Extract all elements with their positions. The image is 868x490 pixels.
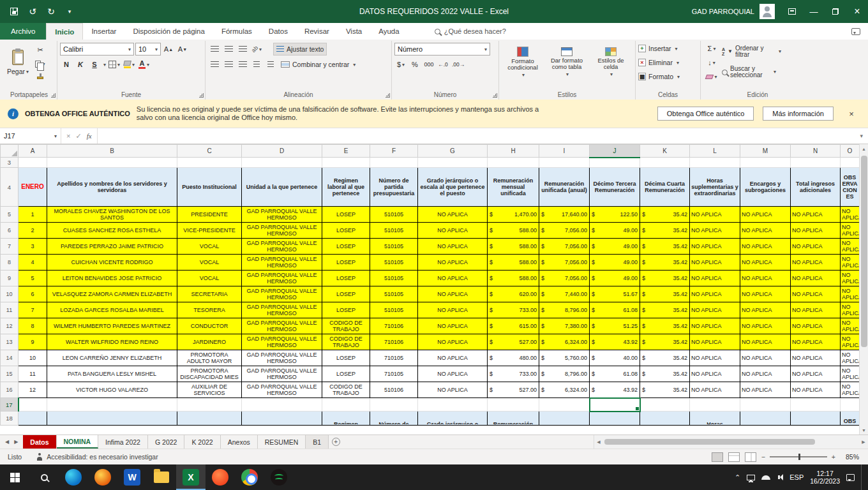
column-header-h[interactable]: H [488,145,539,158]
wrap-text-button[interactable]: Ajustar texto [273,43,327,56]
cell-decima-cuarta[interactable]: $35.42 [640,382,690,398]
cell-unidad[interactable]: GAD PARROQUIAL VALLE HERMOSO [242,239,322,255]
zoom-out-button[interactable]: − [761,453,765,461]
cell-decimo-tercera[interactable]: $51.25 [590,318,640,334]
percent-style-button[interactable]: % [408,58,421,71]
cell-horas[interactable]: NO APLICA [690,318,740,334]
delete-cells-button[interactable]: ×Eliminar▾ [638,56,680,69]
column-header-m[interactable]: M [740,145,791,158]
cell-grado[interactable]: NO APLICA [418,366,488,382]
increase-decimal-button[interactable]: ←.0 [437,58,449,71]
align-middle-button[interactable] [222,43,235,56]
cell-decima-cuarta[interactable]: $35.42 [640,334,690,350]
font-name-select[interactable]: Calibri▾ [60,43,134,56]
cell-decimo-tercera[interactable]: $51.67 [590,286,640,302]
cell-nombre[interactable]: PATA BANGUERA LESLY MISHEL [47,366,177,382]
header-cell[interactable]: Décima Cuarta Remuneración [640,412,690,426]
cell-unidad[interactable]: GAD PARROQUIAL VALLE HERMOSO [242,207,322,223]
row-header[interactable]: 18 [1,412,19,426]
cell-total[interactable]: NO APLICA [791,318,841,334]
notification-center-button[interactable] [846,474,855,481]
cloud-icon[interactable] [761,475,770,480]
cell-rem-mensual[interactable]: $480.00 [488,350,539,366]
cell-decimo-tercera[interactable]: $43.92 [590,382,640,398]
cell-partida[interactable]: 510105 [370,255,418,271]
decrease-indent-button[interactable] [250,58,263,71]
tell-me-search[interactable]: ¿Qué desea hacer? [435,23,506,40]
cell-encargos[interactable]: NO APLICA [740,255,791,271]
sheet-tab-nomina[interactable]: NOMINA [57,435,99,449]
dialog-launcher-icon[interactable] [385,93,390,98]
cell-numero[interactable]: 12 [19,382,47,398]
autosum-button[interactable]: Σ▾ [703,42,720,55]
cell-total[interactable]: NO APLICA [791,334,841,350]
cell-regimen[interactable]: CODIGO DE TRABAJO [322,334,370,350]
cell-puesto[interactable]: AUXILIAR DE SERVICIOS [177,382,242,398]
taskbar-clock[interactable]: 12:17 16/2/2023 [810,470,840,485]
cell-rem-mensual[interactable]: $733.00 [488,302,539,318]
cell-total[interactable]: NO APLICA [791,255,841,271]
format-cells-button[interactable]: ▦Formato▾ [638,70,680,83]
scroll-down-arrow[interactable]: ▼ [860,426,868,434]
column-header-j-selected[interactable]: J [590,145,640,158]
cell-rem-mensual[interactable]: $1,470.00 [488,207,539,223]
month-header-cell[interactable] [19,412,47,426]
cell-grado[interactable]: NO APLICA [418,239,488,255]
column-header-o[interactable]: O [841,145,860,158]
fill-button[interactable]: ↓▾ [703,56,720,69]
zoom-slider[interactable] [770,456,827,457]
cell-puesto[interactable]: JARDINERO [177,334,242,350]
cell-rem-anual[interactable]: $8,796.00 [539,366,590,382]
tab-archivo[interactable]: Archivo [0,23,46,40]
cell-regimen[interactable]: CODIGO DE TRABAJO [322,318,370,334]
save-button[interactable] [5,3,23,20]
cell-unidad[interactable]: GAD PARROQUIAL VALLE HERMOSO [242,223,322,239]
close-message-button[interactable]: × [842,109,860,119]
cell-numero[interactable]: 6 [19,286,47,302]
taskbar-firefox[interactable] [88,464,117,490]
horizontal-scrollbar[interactable]: ◀ ▶ [594,435,868,449]
conditional-formatting-button[interactable]: Formato condicional▾ [502,42,544,83]
cell-horas[interactable]: NO APLICA [690,302,740,318]
cell-encargos[interactable]: NO APLICA [740,286,791,302]
cell-observaciones[interactable]: NO APLICA [841,271,860,286]
row-header[interactable]: 10 [1,286,19,302]
page-break-view-button[interactable] [745,452,756,462]
header-cell[interactable]: Décima Cuarta Remuneración [640,168,690,207]
align-left-button[interactable] [208,58,221,71]
cell-encargos[interactable]: NO APLICA [740,366,791,382]
cell-total[interactable]: NO APLICA [791,239,841,255]
header-cell[interactable]: Grado jerárquico o escala al que pertene… [418,168,488,207]
cell-total[interactable]: NO APLICA [791,207,841,223]
scroll-up-arrow[interactable]: ▲ [860,144,868,153]
cell-puesto[interactable]: SECRETARIA [177,286,242,302]
taskbar-word[interactable]: W [117,464,147,490]
cell-encargos[interactable]: NO APLICA [740,350,791,366]
cell-regimen[interactable]: LOSEP [322,207,370,223]
cell-nombre[interactable]: MORALES CHAVEZ WASHINGTON DE LOS SANTOS [47,207,177,223]
cell-rem-anual[interactable]: $8,796.00 [539,302,590,318]
sheet-tab-b1[interactable]: B1 [306,435,329,449]
page-layout-view-button[interactable] [728,452,740,462]
cell-grado[interactable]: NO APLICA [418,318,488,334]
cell-rem-anual[interactable]: $7,056.00 [539,223,590,239]
get-office-button[interactable]: Obtenga Office auténtico [657,107,754,121]
cell-decima-cuarta[interactable]: $35.42 [640,350,690,366]
cell-numero[interactable]: 1 [19,207,47,223]
cell-horas[interactable]: NO APLICA [690,286,740,302]
cell-regimen[interactable]: LOSEP [322,302,370,318]
borders-button[interactable]: ▾ [107,58,121,71]
cell-rem-mensual[interactable]: $588.00 [488,271,539,286]
row-header[interactable]: 14 [1,350,19,366]
close-button[interactable]: × [846,0,868,23]
cell-rem-anual[interactable]: $17,640.00 [539,207,590,223]
comments-button[interactable] [851,23,868,40]
header-cell[interactable]: OBSERVACIONES [841,412,860,426]
cell-encargos[interactable]: NO APLICA [740,271,791,286]
cell-puesto[interactable]: VICE-PRESIDENTE [177,223,242,239]
cell-numero[interactable]: 11 [19,366,47,382]
cell-regimen[interactable]: CODIGO DE TRABAJO [322,382,370,398]
cell-rem-mensual[interactable]: $588.00 [488,223,539,239]
start-button[interactable] [0,464,29,490]
shrink-font-button[interactable]: A▼ [176,43,189,56]
